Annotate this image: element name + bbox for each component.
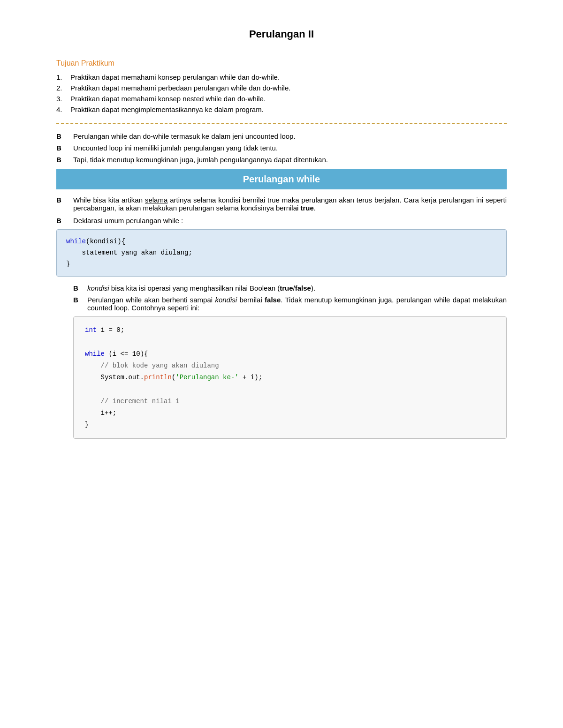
code-line-3: // blok kode yang akan diulang bbox=[85, 360, 495, 372]
list-item: 4. Praktikan dapat mengimplementasikanny… bbox=[56, 105, 507, 113]
intro-bullet-1: B Perulangan while dan do-while termasuk… bbox=[56, 132, 507, 140]
divider bbox=[56, 123, 507, 124]
code-block-1: while(kondisi){ statement yang akan diul… bbox=[56, 229, 507, 277]
code-line-5: // increment nilai i bbox=[85, 396, 495, 407]
code-line-2: while (i <= 10){ bbox=[85, 348, 495, 360]
tujuan-section: Tujuan Praktikum 1. Praktikan dapat mema… bbox=[56, 59, 507, 113]
code-line-6: i++; bbox=[85, 407, 495, 419]
bold-true-false: true bbox=[280, 284, 293, 292]
intro-section: B Perulangan while dan do-while termasuk… bbox=[56, 132, 507, 164]
list-item: 2. Praktikan dapat memahami perbedaan pe… bbox=[56, 84, 507, 92]
list-item: 3. Praktikan dapat memahami konsep neste… bbox=[56, 95, 507, 103]
bold-false: false bbox=[295, 284, 311, 292]
while-decl-row: B Deklarasi umum perulangan while : bbox=[56, 217, 507, 225]
bold-true: true bbox=[300, 204, 313, 212]
bold-false-2: false bbox=[265, 296, 281, 304]
objectives-list: 1. Praktikan dapat memahami konsep perul… bbox=[56, 73, 507, 113]
code-line-1: int i = 0; bbox=[85, 324, 495, 336]
sub-bullet-kondisi: B kondisi bisa kita isi operasi yang men… bbox=[56, 284, 507, 292]
italic-kondisi-2: kondisi bbox=[215, 296, 237, 304]
code-block-2: int i = 0; while (i <= 10){ // blok kode… bbox=[73, 316, 507, 439]
intro-bullet-3: B Tapi, tidak menutup kemungkinan juga, … bbox=[56, 156, 507, 164]
while-banner: Perulangan while bbox=[56, 169, 507, 189]
page-title: Perulangan II bbox=[56, 28, 507, 40]
intro-bullet-2: B Uncounted loop ini memiliki jumlah pen… bbox=[56, 144, 507, 152]
tujuan-heading: Tujuan Praktikum bbox=[56, 59, 507, 68]
list-item: 1. Praktikan dapat memahami konsep perul… bbox=[56, 73, 507, 81]
sub-bullet-stop: B Perulangan while akan berhenti sampai … bbox=[56, 296, 507, 312]
code-line-7: } bbox=[85, 419, 495, 431]
while-desc-row: B While bisa kita artikan selama artinya… bbox=[56, 196, 507, 212]
code-line-4: System.out.println('Perulangan ke-' + i)… bbox=[85, 372, 495, 383]
italic-kondisi: kondisi bbox=[87, 284, 109, 292]
underline-selama: selama bbox=[145, 196, 167, 204]
